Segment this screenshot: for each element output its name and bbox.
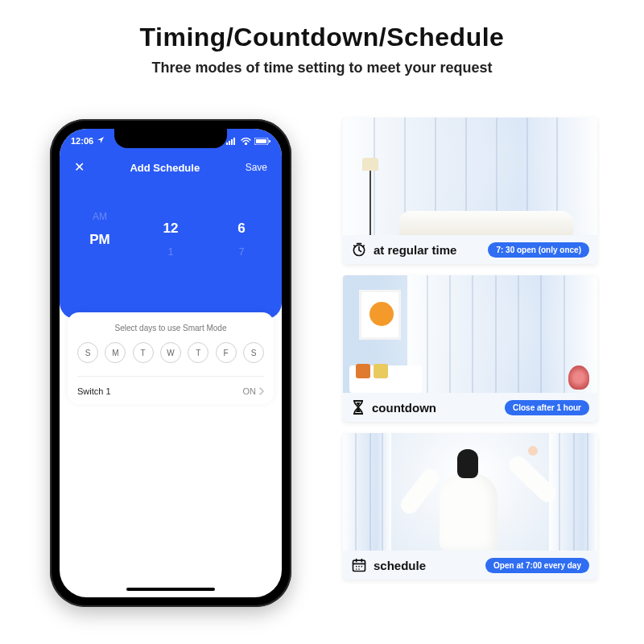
- calendar-icon: [351, 557, 367, 573]
- card-pill: Close after 1 hour: [505, 400, 589, 415]
- svg-point-11: [361, 566, 363, 568]
- schedule-sheet: Select days to use Smart Mode S M T W T …: [68, 312, 274, 404]
- svg-rect-6: [269, 140, 270, 142]
- chevron-right-icon: [259, 387, 264, 395]
- svg-point-9: [356, 566, 357, 568]
- phone-screen: 12:06 ✕ Add Schedule Save AM PM: [60, 129, 282, 597]
- picker-hour-sel: 12: [163, 221, 179, 237]
- switch-row[interactable]: Switch 1 ON: [77, 376, 264, 396]
- card-label: at regular time: [374, 243, 456, 257]
- day-fri[interactable]: F: [216, 342, 237, 363]
- pillow: [374, 364, 388, 378]
- day-tue[interactable]: T: [133, 342, 154, 363]
- save-button[interactable]: Save: [246, 162, 267, 173]
- card-pill: Open at 7:00 every day: [485, 558, 589, 573]
- status-time: 12:06: [71, 136, 104, 146]
- card-bar: at regular time 7: 30 open (only once): [343, 235, 597, 264]
- battery-icon: [254, 138, 270, 145]
- svg-rect-3: [233, 138, 235, 145]
- page-subtitle: Three modes of time setting to meet your…: [0, 60, 644, 76]
- svg-point-13: [358, 568, 360, 570]
- day-wed[interactable]: W: [160, 342, 181, 363]
- cellular-icon: [226, 138, 237, 145]
- picker-hour[interactable]: 12 1: [149, 211, 192, 258]
- svg-rect-5: [256, 139, 266, 143]
- header-title: Add Schedule: [130, 162, 200, 174]
- phone-mock: 12:06 ✕ Add Schedule Save AM PM: [50, 119, 291, 607]
- location-icon: [97, 137, 104, 143]
- day-mon[interactable]: M: [105, 342, 126, 363]
- page-title: Timing/Countdown/Schedule: [0, 23, 644, 52]
- day-sat[interactable]: S: [243, 342, 264, 363]
- status-time-text: 12:06: [71, 136, 93, 146]
- card-schedule: schedule Open at 7:00 every day: [343, 433, 597, 580]
- card-bar: schedule Open at 7:00 every day: [343, 551, 597, 580]
- clock-icon: [351, 242, 367, 258]
- picker-ampm-sel: PM: [89, 232, 110, 248]
- card-label: countdown: [372, 401, 436, 415]
- hourglass-icon: [351, 399, 365, 415]
- svg-rect-2: [231, 139, 233, 145]
- card-countdown: countdown Close after 1 hour: [343, 275, 597, 422]
- card-regular-time: at regular time 7: 30 open (only once): [343, 118, 597, 264]
- flowers: [568, 365, 589, 390]
- day-sun[interactable]: S: [77, 342, 98, 363]
- card-label: schedule: [374, 559, 426, 572]
- phone-notch: [114, 129, 227, 148]
- day-thu[interactable]: T: [188, 342, 208, 363]
- picker-ampm[interactable]: AM PM: [78, 211, 122, 258]
- svg-rect-1: [229, 141, 230, 145]
- card-bar: countdown Close after 1 hour: [343, 393, 597, 422]
- picker-min-sel: 6: [237, 221, 245, 237]
- home-indicator: [126, 588, 215, 591]
- switch-value: ON: [243, 386, 257, 396]
- switch-label: Switch 1: [77, 386, 111, 396]
- picker-hour-below: 1: [168, 246, 174, 258]
- time-picker[interactable]: AM PM 12 1 6 7: [60, 182, 282, 319]
- picker-ampm-above: AM: [93, 211, 107, 222]
- day-selector: S M T W T F S: [77, 342, 264, 363]
- wall-art: [359, 290, 401, 340]
- close-button[interactable]: ✕: [74, 161, 85, 174]
- app-header: ✕ Add Schedule Save: [60, 153, 282, 182]
- picker-minute[interactable]: 6 7: [220, 211, 263, 258]
- svg-point-10: [358, 566, 360, 568]
- floor-lamp-icon: [362, 158, 378, 235]
- card-pill: 7: 30 open (only once): [488, 242, 589, 258]
- mode-cards: at regular time 7: 30 open (only once) c…: [343, 118, 597, 580]
- person-opening-curtain: [422, 449, 518, 551]
- wifi-icon: [241, 138, 251, 145]
- svg-point-12: [356, 568, 357, 570]
- sheet-title: Select days to use Smart Mode: [77, 324, 264, 332]
- pillow: [356, 364, 370, 378]
- bed-headboard: [399, 211, 573, 235]
- svg-rect-0: [226, 142, 228, 145]
- picker-min-below: 7: [239, 246, 245, 258]
